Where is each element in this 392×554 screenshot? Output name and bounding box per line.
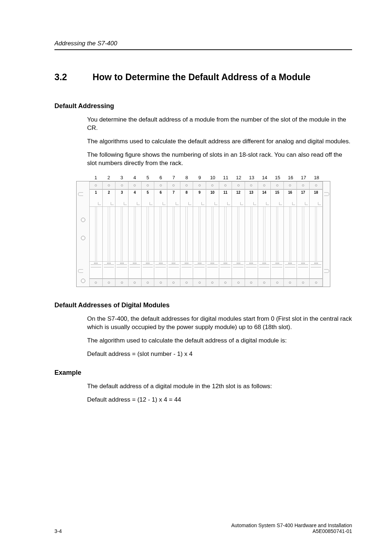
section-heading: How to Determine the Default Address of … [93,72,311,82]
formula: Default address = (12 - 1) x 4 = 44 [87,396,352,404]
rack-slot-label: 17 [297,189,310,207]
rack-slot-label: 10 [206,189,219,207]
rack-slot-label: 7 [167,189,180,207]
slot-header-number: 16 [284,175,297,180]
formula: Default address = (slot number - 1) x 4 [87,350,352,358]
rack-slot-cell [180,207,193,261]
rack-slot-cell [270,261,284,279]
rack-slot-label: 16 [283,189,297,207]
heading-digital-addresses: Default Addresses of Digital Modules [54,301,352,309]
rack-figure: 123456789101112131415161718 123456789101… [54,175,352,287]
rack-slot-cell [141,181,155,189]
rack-slot-cell [283,261,297,279]
rack-slot-label: 13 [245,189,258,207]
slot-header-number: 13 [245,175,258,180]
rack-slot-cell [245,279,258,287]
slot-header-number: 18 [310,175,323,180]
slot-header-number: 7 [167,175,180,180]
slot-header-number: 9 [193,175,206,180]
rack-slot-cell [128,207,142,261]
rack-slot-label: 9 [193,189,206,207]
slot-header-number: 4 [128,175,141,180]
rack-slot-cell [270,207,284,261]
slot-header-number: 8 [180,175,193,180]
rack-slot-cell [309,279,323,287]
rack-slot-cell [309,261,323,279]
rack-slot-cell [102,279,116,287]
rack-slot-cell [297,279,310,287]
section-number: 3.2 [54,72,74,82]
rack-slot-cell [206,181,219,189]
running-header: Addressing the S7-400 [54,40,352,50]
rack-slot-cell [167,261,180,279]
rack-slot-cell [297,261,310,279]
section-title: 3.2 How to Determine the Default Address… [54,72,352,82]
slot-header-number: 1 [89,175,102,180]
heading-example: Example [54,369,352,377]
slot-header-number: 15 [271,175,284,180]
slot-header-number: 6 [154,175,167,180]
heading-default-addressing: Default Addressing [54,102,352,110]
rack-slot-cell [245,207,258,261]
rack-slot-cell [219,261,232,279]
paragraph: The default address of a digital module … [87,382,352,391]
rack-slot-cell [309,207,323,261]
rack-slot-cell [283,279,297,287]
paragraph: On the S7-400, the default addresses for… [87,315,352,332]
body-example: The default address of a digital module … [54,382,352,404]
rack-slot-label: 6 [154,189,167,207]
rack-slot-cell [258,279,271,287]
rack-slot-label: 5 [141,189,155,207]
rack-slot-cell [283,181,297,189]
rack-slot-cell [232,261,245,279]
rack-slot-cell [89,207,103,261]
slot-header-number: 14 [258,175,271,180]
slot-header-number: 3 [115,175,128,180]
rack-slot-cell [309,181,323,189]
rack-slot-cell [258,181,271,189]
rack-slot-cell [232,207,245,261]
slot-header-number: 17 [297,175,310,180]
slot-header-number: 11 [219,175,232,180]
rack-slot-label: 4 [128,189,142,207]
rack-slot-cell [219,279,232,287]
rack-slot-cell [141,279,155,287]
slot-header-number: 2 [102,175,115,180]
rack-slot-cell [206,279,219,287]
rack-slot-cell [193,181,206,189]
rack-slot-cell [297,207,310,261]
rack-slot-cell [270,279,284,287]
rack-slot-cell [245,181,258,189]
rack-slot-cell [154,279,167,287]
rack-slot-label: 12 [232,189,245,207]
rack-slot-label: 2 [102,189,116,207]
footer-doc-id: A5E00850741-01 [231,528,352,534]
footer-doc-title: Automation System S7-400 Hardware and In… [231,522,352,528]
rack-slot-cell [154,207,167,261]
rack-slot-cell [89,279,103,287]
rack-slot-cell [219,207,232,261]
rack-slot-cell [102,261,116,279]
rack-slot-cell [102,207,116,261]
body-default-addressing: You determine the default address of a m… [54,116,352,168]
slot-header-number: 5 [141,175,154,180]
rack-slot-cell [193,207,206,261]
rack-slot-cell [141,207,155,261]
rack-slot-cell [219,181,232,189]
rack-slot-cell [232,181,245,189]
rack-slot-cell [115,279,128,287]
paragraph: The algorithm used to calculate the defa… [87,337,352,345]
rack-slot-cell [154,181,167,189]
rack-slot-cell [141,261,155,279]
rack-slot-label: 15 [270,189,284,207]
rack-slot-cell [115,261,128,279]
rack-slot-cell [206,261,219,279]
slot-header-number: 10 [206,175,219,180]
rack-slot-cell [180,261,193,279]
rack-slot-cell [128,261,142,279]
paragraph: The following figure shows the numbering… [87,151,352,168]
rack-slot-cell [193,261,206,279]
rack-slot-label: 1 [89,189,103,207]
rack-slot-cell [102,181,116,189]
rack-slot-cell [206,207,219,261]
